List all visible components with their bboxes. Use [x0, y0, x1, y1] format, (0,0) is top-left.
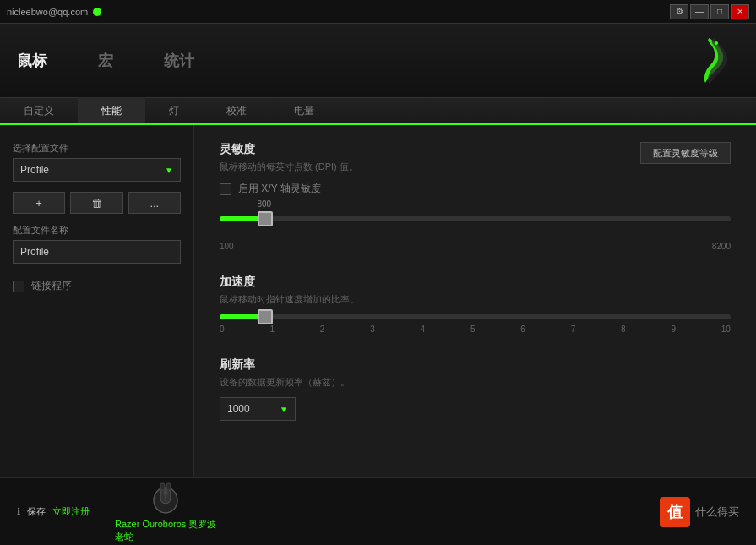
accel-label-2: 2: [320, 324, 325, 334]
accel-label-5: 5: [470, 324, 476, 334]
brand-logo-icon: 值: [660, 497, 690, 527]
more-options-button[interactable]: ...: [128, 192, 181, 214]
device-name: Razer Ouroboros 奥罗波 老蛇: [115, 518, 216, 543]
settings-button[interactable]: ⚙: [670, 4, 688, 19]
config-sensitivity-button[interactable]: 配置灵敏度等级: [640, 142, 731, 164]
accel-label-0: 0: [220, 324, 225, 334]
profile-name-input[interactable]: [13, 240, 181, 264]
minimize-button[interactable]: —: [690, 4, 709, 19]
link-program-checkbox[interactable]: [13, 281, 24, 292]
link-program-label: 链接程序: [31, 279, 72, 293]
footer-right: 值 什么得买: [660, 497, 739, 527]
header-tabs: 鼠标 宏 统计: [17, 51, 194, 71]
delete-icon: 🗑: [91, 197, 102, 210]
tab-mouse[interactable]: 鼠标: [17, 51, 47, 71]
subnav-light[interactable]: 灯: [145, 97, 203, 124]
sensitivity-slider-container: 800 100 8200: [220, 216, 731, 251]
accel-label-9: 9: [671, 324, 676, 334]
content-area: 灵敏度 鼠标移动的每英寸点数 (DPI) 值。 启用 X/Y 轴灵敏度 配置灵敏…: [194, 125, 756, 477]
status-dot: [93, 8, 101, 16]
accel-label-6: 6: [520, 324, 525, 334]
refresh-rate-section: 刷新率 设备的数据更新频率（赫兹）。 1000 ▼: [220, 357, 731, 421]
subnav-power[interactable]: 电量: [270, 97, 338, 124]
sensitivity-header: 灵敏度 鼠标移动的每英寸点数 (DPI) 值。 启用 X/Y 轴灵敏度 配置灵敏…: [220, 142, 731, 210]
sensitivity-section: 灵敏度 鼠标移动的每英寸点数 (DPI) 值。 启用 X/Y 轴灵敏度 配置灵敏…: [220, 142, 731, 251]
title-bar-email: nicleebwo@qq.com: [7, 7, 101, 17]
sensitivity-thumb[interactable]: [258, 211, 273, 226]
svg-point-4: [164, 490, 168, 495]
accel-label-7: 7: [571, 324, 576, 334]
sensitivity-desc: 鼠标移动的每英寸点数 (DPI) 值。: [220, 161, 358, 173]
save-link[interactable]: 立即注册: [52, 505, 90, 518]
footer-device: Razer Ouroboros 奥罗波 老蛇: [115, 481, 216, 543]
maximize-button[interactable]: □: [710, 4, 729, 19]
acceleration-section: 加速度 鼠标移动时指针速度增加的比率。 0 1 2 3 4 5 6 7 8: [220, 275, 731, 334]
footer-brand: 值 什么得买: [660, 497, 739, 527]
profile-dropdown-value: Profile: [20, 164, 49, 176]
profile-actions: + 🗑 ...: [13, 192, 181, 214]
device-name-line2: 老蛇: [115, 531, 216, 543]
title-bar: nicleebwo@qq.com ⚙ — □ ✕: [0, 0, 756, 24]
subnav-calibrate[interactable]: 校准: [203, 97, 270, 124]
add-profile-button[interactable]: +: [13, 192, 65, 214]
refresh-rate-title: 刷新率: [220, 357, 731, 373]
device-icon: [144, 481, 187, 515]
delete-profile-button[interactable]: 🗑: [70, 192, 122, 214]
main-layout: 选择配置文件 Profile ▼ + 🗑 ... 配置文件名称 链接程序: [0, 125, 756, 477]
svg-rect-6: [166, 483, 171, 490]
accel-label-4: 4: [421, 324, 426, 334]
profile-dropdown[interactable]: Profile ▼: [13, 158, 181, 182]
accel-label-8: 8: [621, 324, 626, 334]
refresh-select: 1000 ▼: [220, 397, 731, 421]
save-info-icon: ℹ: [17, 506, 20, 517]
mouse-icon: [149, 482, 182, 514]
sub-nav: 自定义 性能 灯 校准 电量: [0, 98, 756, 125]
device-name-line1: Razer Ouroboros 奥罗波: [115, 518, 216, 531]
tab-stats[interactable]: 统计: [164, 51, 194, 71]
xy-sensitivity-label: 启用 X/Y 轴灵敏度: [238, 182, 321, 196]
acceleration-thumb[interactable]: [258, 309, 273, 324]
acceleration-track: [220, 314, 731, 319]
profile-name-label: 配置文件名称: [13, 224, 181, 237]
save-label: 保存: [27, 505, 46, 518]
sensitivity-info: 灵敏度 鼠标移动的每英寸点数 (DPI) 值。 启用 X/Y 轴灵敏度: [220, 142, 358, 210]
acceleration-slider-container: 0 1 2 3 4 5 6 7 8 9 10: [220, 314, 731, 334]
sensitivity-current-value: 800: [257, 199, 271, 209]
sidebar: 选择配置文件 Profile ▼ + 🗑 ... 配置文件名称 链接程序: [0, 125, 194, 477]
link-program: 链接程序: [13, 279, 181, 293]
dropdown-arrow-icon: ▼: [165, 166, 173, 175]
footer-save: ℹ 保存 立即注册: [17, 505, 90, 518]
accel-label-1: 1: [269, 324, 275, 334]
refresh-arrow-icon: ▼: [280, 405, 288, 414]
sensitivity-title: 灵敏度: [220, 142, 358, 157]
accel-label-3: 3: [370, 324, 375, 334]
acceleration-title: 加速度: [220, 275, 731, 290]
refresh-rate-desc: 设备的数据更新频率（赫兹）。: [220, 376, 731, 389]
title-bar-controls: ⚙ — □ ✕: [670, 4, 749, 19]
tab-macro[interactable]: 宏: [98, 51, 113, 71]
svg-point-0: [715, 41, 718, 45]
sensitivity-labels: 100 8200: [220, 242, 731, 251]
subnav-customize[interactable]: 自定义: [0, 97, 78, 124]
email-text: nicleebwo@qq.com: [7, 7, 88, 17]
header: 鼠标 宏 统计: [0, 24, 756, 98]
refresh-rate-dropdown[interactable]: 1000 ▼: [220, 397, 296, 421]
sensitivity-max-label: 8200: [712, 242, 731, 251]
acceleration-labels: 0 1 2 3 4 5 6 7 8 9 10: [220, 324, 731, 334]
header-logo: [680, 32, 739, 95]
brand-suffix: 什么得买: [695, 504, 739, 520]
refresh-rate-value: 1000: [227, 403, 250, 415]
acceleration-desc: 鼠标移动时指针速度增加的比率。: [220, 293, 731, 306]
select-profile-label: 选择配置文件: [13, 142, 181, 155]
xy-sensitivity: 启用 X/Y 轴灵敏度: [220, 182, 358, 196]
svg-rect-5: [160, 483, 165, 490]
subnav-performance[interactable]: 性能: [78, 97, 145, 124]
sensitivity-min-label: 100: [220, 242, 234, 251]
accel-label-10: 10: [721, 324, 731, 334]
xy-sensitivity-checkbox[interactable]: [220, 183, 231, 195]
footer: ℹ 保存 立即注册 Razer Ouroboros 奥罗波 老蛇: [0, 477, 756, 545]
close-button[interactable]: ✕: [731, 4, 749, 19]
footer-left: ℹ 保存 立即注册 Razer Ouroboros 奥罗波 老蛇: [17, 481, 216, 543]
razer-logo-icon: [680, 32, 739, 91]
sensitivity-track: [220, 216, 731, 221]
